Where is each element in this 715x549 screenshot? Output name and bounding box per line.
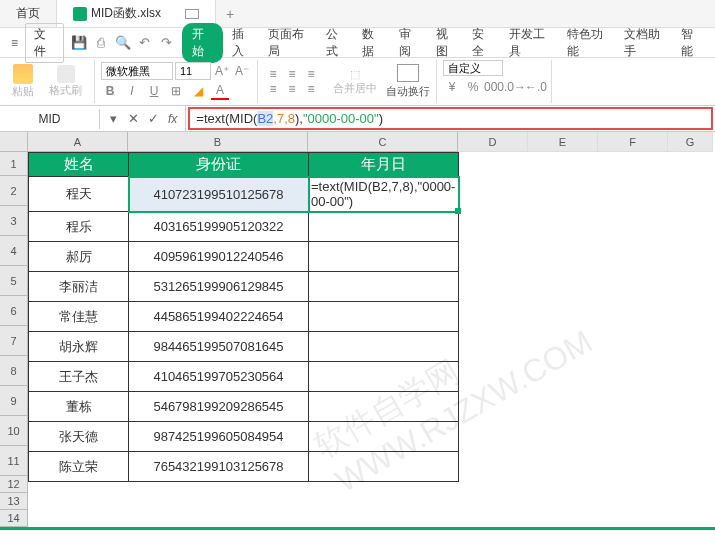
preview-icon[interactable]: 🔍: [114, 34, 132, 52]
cell[interactable]: 445865199402224654: [129, 302, 309, 332]
bold-button[interactable]: B: [101, 82, 119, 100]
menu-formula[interactable]: 公式: [319, 23, 354, 63]
currency-icon[interactable]: ¥: [443, 78, 461, 96]
cell[interactable]: 董栋: [29, 392, 129, 422]
font-size-select[interactable]: [175, 62, 211, 80]
cell[interactable]: 程天: [29, 177, 129, 212]
border-button[interactable]: ⊞: [167, 82, 185, 100]
dec-decimal-icon[interactable]: ←.0: [527, 78, 545, 96]
underline-button[interactable]: U: [145, 82, 163, 100]
row-header-5[interactable]: 5: [0, 266, 28, 296]
row-header-6[interactable]: 6: [0, 296, 28, 326]
cell[interactable]: [309, 452, 459, 482]
row-header-13[interactable]: 13: [0, 493, 28, 510]
cell-active[interactable]: 410723199510125678: [129, 177, 309, 212]
cell[interactable]: [309, 332, 459, 362]
cell[interactable]: [309, 272, 459, 302]
fill-handle[interactable]: [455, 208, 461, 214]
row-header-11[interactable]: 11: [0, 446, 28, 476]
font-select[interactable]: [101, 62, 173, 80]
row-header-1[interactable]: 1: [0, 152, 28, 176]
cancel-icon[interactable]: ✕: [124, 110, 142, 128]
col-header-b[interactable]: B: [128, 132, 308, 152]
fill-color-button[interactable]: ◢: [189, 82, 207, 100]
confirm-icon[interactable]: ✓: [144, 110, 162, 128]
cell-formula-display[interactable]: =text(MID(B2,7,8),"0000-00-00"): [309, 177, 459, 212]
select-all-corner[interactable]: [0, 132, 28, 152]
align-top-icon[interactable]: ≡: [264, 67, 282, 81]
row-header-2[interactable]: 2: [0, 176, 28, 206]
row-header-9[interactable]: 9: [0, 386, 28, 416]
align-bottom-icon[interactable]: ≡: [302, 67, 320, 81]
align-middle-icon[interactable]: ≡: [283, 67, 301, 81]
window-icon[interactable]: [185, 9, 199, 19]
cell[interactable]: 531265199906129845: [129, 272, 309, 302]
save-icon[interactable]: 💾: [70, 34, 88, 52]
cell[interactable]: [309, 212, 459, 242]
cell[interactable]: 410465199705230564: [129, 362, 309, 392]
menu-layout[interactable]: 页面布局: [261, 23, 316, 63]
row-header-10[interactable]: 10: [0, 416, 28, 446]
redo-icon[interactable]: ↷: [158, 34, 176, 52]
format-painter-button[interactable]: 格式刷: [43, 63, 88, 100]
col-header-g[interactable]: G: [668, 132, 713, 152]
cell[interactable]: 郝厉: [29, 242, 129, 272]
row-header-8[interactable]: 8: [0, 356, 28, 386]
cell[interactable]: 程乐: [29, 212, 129, 242]
cell[interactable]: [309, 422, 459, 452]
increase-font-icon[interactable]: A⁺: [213, 62, 231, 80]
header-name[interactable]: 姓名: [29, 153, 129, 177]
menu-features[interactable]: 特色功能: [560, 23, 615, 63]
col-header-f[interactable]: F: [598, 132, 668, 152]
app-menu-icon[interactable]: ≡: [6, 33, 23, 53]
cell[interactable]: [309, 302, 459, 332]
align-left-icon[interactable]: ≡: [264, 82, 282, 96]
menu-start[interactable]: 开始: [182, 23, 223, 63]
col-header-a[interactable]: A: [28, 132, 128, 152]
row-header-4[interactable]: 4: [0, 236, 28, 266]
align-center-icon[interactable]: ≡: [283, 82, 301, 96]
cell[interactable]: 987425199605084954: [129, 422, 309, 452]
paste-button[interactable]: 粘贴: [6, 62, 40, 101]
font-color-button[interactable]: A: [211, 82, 229, 100]
row-header-7[interactable]: 7: [0, 326, 28, 356]
cell[interactable]: 胡永辉: [29, 332, 129, 362]
cell[interactable]: 403165199905120322: [129, 212, 309, 242]
menu-insert[interactable]: 插入: [225, 23, 260, 63]
undo-icon[interactable]: ↶: [136, 34, 154, 52]
decrease-font-icon[interactable]: A⁻: [233, 62, 251, 80]
header-id[interactable]: 身份证: [129, 153, 309, 177]
comma-icon[interactable]: 000: [485, 78, 503, 96]
fx-icon[interactable]: fx: [164, 112, 181, 126]
menu-data[interactable]: 数据: [355, 23, 390, 63]
cell[interactable]: 常佳慧: [29, 302, 129, 332]
cell[interactable]: 王子杰: [29, 362, 129, 392]
header-date[interactable]: 年月日: [309, 153, 459, 177]
cell[interactable]: [309, 392, 459, 422]
menu-smart[interactable]: 智能: [674, 23, 709, 63]
col-header-c[interactable]: C: [308, 132, 458, 152]
merge-button[interactable]: ⬚ 合并居中: [327, 66, 383, 98]
align-right-icon[interactable]: ≡: [302, 82, 320, 96]
cell[interactable]: 李丽洁: [29, 272, 129, 302]
menu-view[interactable]: 视图: [429, 23, 464, 63]
cell[interactable]: [309, 242, 459, 272]
name-box[interactable]: MID: [0, 109, 100, 129]
col-header-d[interactable]: D: [458, 132, 528, 152]
menu-docassist[interactable]: 文档助手: [617, 23, 672, 63]
cell[interactable]: 546798199209286545: [129, 392, 309, 422]
row-header-12[interactable]: 12: [0, 476, 28, 493]
menu-review[interactable]: 审阅: [392, 23, 427, 63]
number-format-select[interactable]: [443, 60, 503, 76]
col-header-e[interactable]: E: [528, 132, 598, 152]
dropdown-icon[interactable]: ▾: [104, 110, 122, 128]
wrap-button[interactable]: 自动换行: [386, 64, 430, 99]
file-menu[interactable]: 文件: [25, 23, 64, 63]
print-icon[interactable]: ⎙: [92, 34, 110, 52]
percent-icon[interactable]: %: [464, 78, 482, 96]
cell[interactable]: 张天德: [29, 422, 129, 452]
formula-input[interactable]: =text(MID(B2,7,8),"0000-00-00"): [188, 107, 713, 130]
italic-button[interactable]: I: [123, 82, 141, 100]
menu-devtools[interactable]: 开发工具: [502, 23, 557, 63]
menu-security[interactable]: 安全: [465, 23, 500, 63]
